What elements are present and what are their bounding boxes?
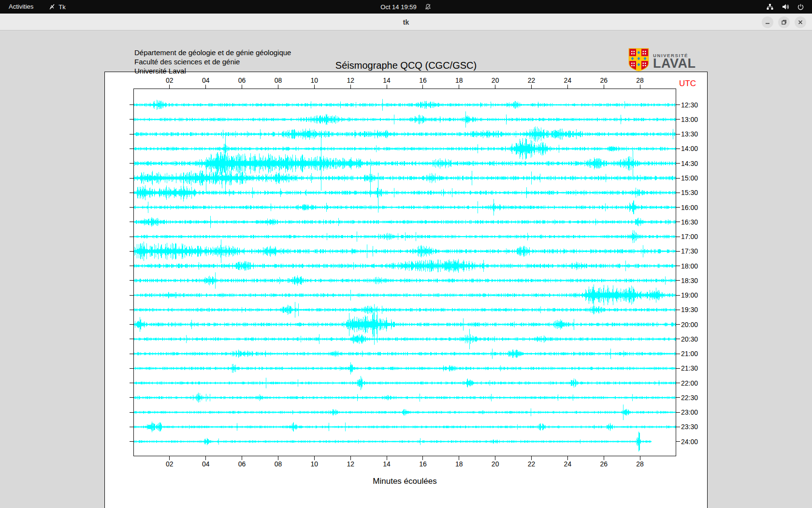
network-wired-icon [766,3,774,11]
clock[interactable]: Oct 14 19:59 [380,3,416,11]
notifications-muted-icon [424,3,432,11]
volume-icon [782,3,789,11]
universite-laval-logo: UNIVERSITÉ LAVAL [628,48,696,74]
maximize-button[interactable] [778,16,790,28]
tk-window-body [0,31,812,508]
tk-app-icon [49,3,56,10]
gnome-top-bar: Activities Tk Oct 14 19:59 [0,0,812,14]
seismograph-canvas-frame [104,72,708,508]
app-menu[interactable]: Tk [49,0,65,14]
minimize-button[interactable] [762,16,773,28]
window-title: tk [0,14,812,30]
close-button[interactable] [795,16,806,28]
org-line-1: Département de géologie et de génie géol… [134,48,291,57]
app-menu-label: Tk [58,3,65,11]
laval-shield-icon [628,48,649,74]
power-icon[interactable] [797,3,804,11]
window-titlebar[interactable]: tk [0,14,812,30]
activities-button[interactable]: Activities [0,0,42,14]
plot-title: Séismographe QCQ (CGC/GSC) [104,60,708,71]
logo-text-laval: LAVAL [653,58,696,69]
